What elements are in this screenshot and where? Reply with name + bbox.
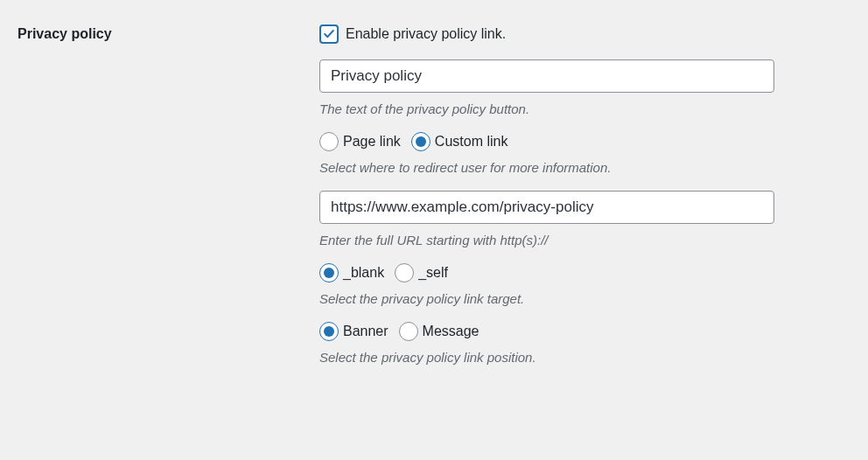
- radio-page-link-label: Page link: [343, 134, 401, 150]
- enable-privacy-label: Enable privacy policy link.: [346, 26, 506, 42]
- link-type-radio-group: Page link Custom link: [319, 132, 809, 151]
- target-radio-group: _blank _self: [319, 263, 809, 282]
- radio-custom-link-label: Custom link: [435, 134, 508, 150]
- radio-position-banner-label: Banner: [343, 324, 388, 339]
- field-column: Enable privacy policy link. The text of …: [319, 24, 809, 380]
- enable-privacy-checkbox[interactable]: [319, 24, 339, 44]
- button-text-description: The text of the privacy policy button.: [319, 101, 809, 116]
- radio-page-link[interactable]: Page link: [319, 132, 401, 151]
- radio-page-link-control[interactable]: [319, 132, 339, 151]
- radio-custom-link-control[interactable]: [411, 132, 430, 151]
- radio-target-blank[interactable]: _blank: [319, 263, 384, 282]
- radio-target-self-label: _self: [418, 265, 448, 281]
- radio-position-message[interactable]: Message: [399, 322, 480, 341]
- radio-target-blank-control[interactable]: [319, 263, 339, 282]
- url-description: Enter the full URL starting with http(s)…: [319, 233, 809, 247]
- position-description: Select the privacy policy link position.: [319, 350, 809, 365]
- enable-privacy-checkbox-row[interactable]: Enable privacy policy link.: [319, 24, 809, 44]
- privacy-policy-section: Privacy policy Enable privacy policy lin…: [18, 24, 850, 380]
- target-description: Select the privacy policy link target.: [319, 291, 809, 306]
- button-text-input[interactable]: [319, 59, 774, 93]
- radio-target-self-control[interactable]: [395, 263, 414, 282]
- url-input[interactable]: [319, 191, 774, 224]
- radio-custom-link[interactable]: Custom link: [411, 132, 508, 151]
- section-label: Privacy policy: [18, 24, 319, 42]
- check-icon: [322, 27, 336, 41]
- position-radio-group: Banner Message: [319, 322, 809, 341]
- radio-position-message-label: Message: [423, 324, 480, 339]
- link-type-description: Select where to redirect user for more i…: [319, 160, 809, 175]
- radio-position-banner-control[interactable]: [319, 322, 339, 341]
- radio-target-self[interactable]: _self: [395, 263, 448, 282]
- radio-position-message-control[interactable]: [399, 322, 418, 341]
- radio-position-banner[interactable]: Banner: [319, 322, 388, 341]
- radio-target-blank-label: _blank: [343, 265, 384, 281]
